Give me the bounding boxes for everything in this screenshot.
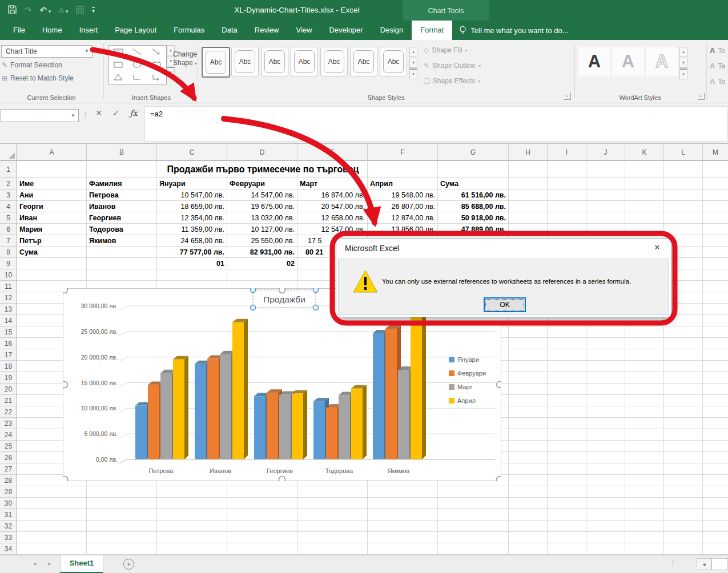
cell-A5[interactable]: Иван	[17, 212, 87, 224]
shape-style-preset-2[interactable]: Abc	[231, 47, 259, 76]
shape-style-preset-4[interactable]: Abc	[291, 47, 318, 76]
row-header-29[interactable]: 29	[0, 486, 17, 498]
row-header-18[interactable]: 18	[0, 361, 17, 372]
sheet-nav-prev-icon[interactable]: ◂	[33, 560, 37, 567]
shape-style-preset-5[interactable]: Abc	[320, 47, 348, 76]
cell-A6[interactable]: Мария	[17, 224, 87, 235]
text-outline-button[interactable]: ATe	[710, 62, 725, 70]
title-selection-handle[interactable]	[251, 305, 256, 310]
cell-D7[interactable]: 25 550,00 лв.	[227, 235, 297, 247]
tab-developer[interactable]: Developer	[320, 21, 371, 40]
row-header-8[interactable]: 8	[0, 247, 17, 258]
select-all-corner[interactable]	[0, 144, 17, 161]
row-header-14[interactable]: 14	[0, 315, 17, 326]
cell-A8[interactable]: Сума	[17, 247, 87, 258]
row-header-20[interactable]: 20	[0, 384, 17, 395]
shape-fill-button[interactable]: ◇Shape Fill▾	[424, 46, 468, 54]
tab-insert[interactable]: Insert	[71, 21, 107, 40]
row-header-10[interactable]: 10	[0, 269, 17, 281]
legend-item-Март[interactable]: Март	[449, 384, 472, 390]
column-header-F[interactable]: F	[368, 144, 438, 161]
wordart-style-2[interactable]: A	[612, 47, 644, 76]
cell-F4[interactable]: 26 807,00 лв.	[368, 201, 438, 212]
wordart-style-1[interactable]: A	[578, 47, 610, 76]
cell-B7[interactable]: Якимов	[87, 235, 157, 247]
cell-D3[interactable]: 14 547,00 лв.	[227, 189, 297, 201]
name-box[interactable]: ▼	[1, 109, 79, 122]
column-header-B[interactable]: B	[87, 144, 157, 161]
cell-B2[interactable]: Фамилия	[87, 178, 157, 189]
cell-D4[interactable]: 19 675,00 лв.	[227, 201, 297, 212]
cell-F2[interactable]: Април	[368, 178, 438, 189]
column-header-K[interactable]: K	[625, 144, 664, 161]
bar-Април-Иванов[interactable]	[232, 319, 248, 459]
row-header-33[interactable]: 33	[0, 532, 17, 543]
hscroll-left-icon[interactable]: ◂	[697, 558, 711, 570]
row-header-22[interactable]: 22	[0, 406, 17, 418]
wordart-dialog-launcher[interactable]: ↘	[698, 93, 705, 100]
tab-file[interactable]: File	[5, 21, 34, 40]
cell-G3[interactable]: 61 516,00 лв.	[438, 189, 509, 201]
cell-B6[interactable]: Тодорова	[87, 224, 157, 235]
bar-Април-Тодорова[interactable]	[351, 385, 367, 459]
enter-button[interactable]: ✓	[108, 108, 123, 118]
row-header-4[interactable]: 4	[0, 201, 17, 212]
row-header-34[interactable]: 34	[0, 543, 17, 555]
title-selection-handle[interactable]	[313, 305, 319, 310]
cell-B5[interactable]: Георгиев	[87, 212, 157, 224]
cell-D2[interactable]: Февруари	[227, 178, 297, 189]
text-effects-button[interactable]: ATe	[710, 77, 725, 86]
tab-data[interactable]: Data	[213, 21, 246, 40]
row-header-3[interactable]: 3	[0, 189, 17, 201]
row-header-21[interactable]: 21	[0, 395, 17, 406]
wordart-style-3[interactable]: A	[646, 47, 678, 76]
cell-F5[interactable]: 12 874,00 лв.	[368, 212, 438, 224]
shape-style-preset-6[interactable]: Abc	[350, 47, 377, 76]
chart-selection-handle[interactable]	[497, 477, 502, 482]
chart-selection-handle[interactable]	[497, 382, 502, 388]
cell-C5[interactable]: 12 354,00 лв.	[157, 212, 227, 224]
row-header-32[interactable]: 32	[0, 520, 17, 532]
cell-D9[interactable]: 02	[227, 258, 297, 269]
cell-A2[interactable]: Име	[17, 178, 87, 189]
dialog-close-icon[interactable]: ×	[650, 242, 664, 253]
cell-D6[interactable]: 10 127,00 лв.	[227, 224, 297, 235]
text-box-icon[interactable]	[109, 46, 127, 58]
triangle-icon[interactable]	[109, 71, 127, 83]
chart-selection-handle[interactable]	[63, 382, 68, 388]
row-header-28[interactable]: 28	[0, 475, 17, 486]
cell-D8[interactable]: 82 931,00 лв.	[227, 247, 297, 258]
sheet-tab-sheet1[interactable]: Sheet1	[60, 555, 103, 573]
row-header-16[interactable]: 16	[0, 338, 17, 349]
row-header-11[interactable]: 11	[0, 281, 17, 292]
cell-C7[interactable]: 24 658,00 лв.	[157, 235, 227, 247]
row-header-26[interactable]: 26	[0, 452, 17, 463]
rounded-rectangle-icon[interactable]	[147, 58, 166, 70]
column-header-A[interactable]: A	[17, 144, 87, 161]
row-header-23[interactable]: 23	[0, 418, 17, 429]
cell-F6[interactable]: 13 856,00 лв.	[368, 224, 438, 235]
cell-C9[interactable]: 01	[157, 258, 227, 269]
chart-selection-handle[interactable]	[63, 288, 68, 293]
cell-D5[interactable]: 13 032,00 лв.	[227, 212, 297, 224]
legend-item-Април[interactable]: Април	[449, 397, 476, 404]
column-header-M[interactable]: M	[703, 144, 728, 161]
tab-page-layout[interactable]: Page Layout	[106, 21, 165, 40]
cell-C6[interactable]: 11 359,00 лв.	[157, 224, 227, 235]
column-header-G[interactable]: G	[438, 144, 509, 161]
column-header-C[interactable]: C	[157, 144, 227, 161]
ok-button[interactable]: OK	[484, 297, 526, 312]
chart-selection-handle[interactable]	[63, 477, 68, 482]
row-header-7[interactable]: 7	[0, 235, 17, 247]
chart-selection-handle[interactable]	[279, 288, 285, 293]
line-icon[interactable]	[128, 46, 146, 58]
tab-review[interactable]: Review	[246, 21, 288, 40]
row-header-12[interactable]: 12	[0, 292, 17, 304]
title-selection-handle[interactable]	[251, 288, 256, 293]
shape-effects-button[interactable]: ❏Shape Effects▾	[424, 77, 480, 85]
column-header-H[interactable]: H	[509, 144, 548, 161]
name-box-dropdown-icon[interactable]: ▼	[71, 113, 75, 118]
column-header-D[interactable]: D	[227, 144, 297, 161]
row-header-13[interactable]: 13	[0, 304, 17, 315]
cell-A4[interactable]: Георги	[17, 201, 87, 212]
